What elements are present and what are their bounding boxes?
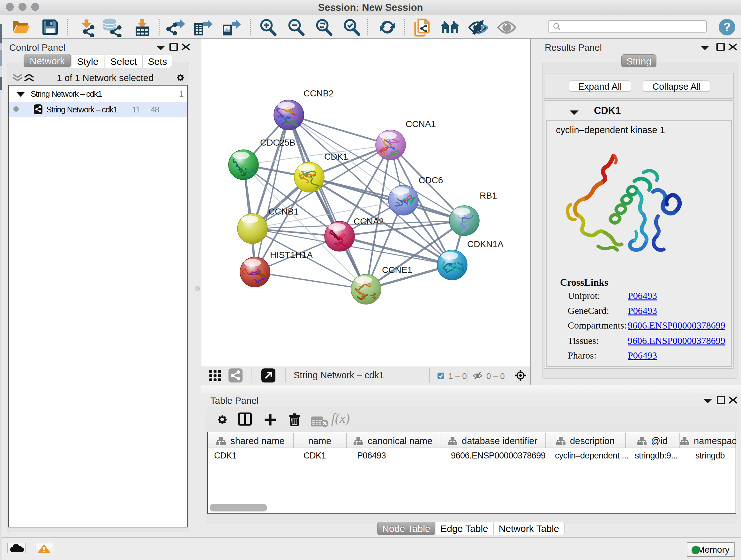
svg-text:CCNE1: CCNE1 xyxy=(382,265,412,275)
svg-text:CDK1: CDK1 xyxy=(324,152,348,162)
svg-text:HIST1H1A: HIST1H1A xyxy=(270,250,313,260)
svg-text:CDC25B: CDC25B xyxy=(260,138,295,147)
svg-text:CDKN1A: CDKN1A xyxy=(467,239,503,249)
svg-text:CCNA2: CCNA2 xyxy=(354,216,384,226)
svg-text:CCNB1: CCNB1 xyxy=(268,206,299,216)
svg-text:CDC6: CDC6 xyxy=(419,175,443,185)
svg-text:CCNB2: CCNB2 xyxy=(304,88,334,98)
svg-text:RB1: RB1 xyxy=(480,191,497,200)
svg-text:CCNA1: CCNA1 xyxy=(406,119,436,129)
